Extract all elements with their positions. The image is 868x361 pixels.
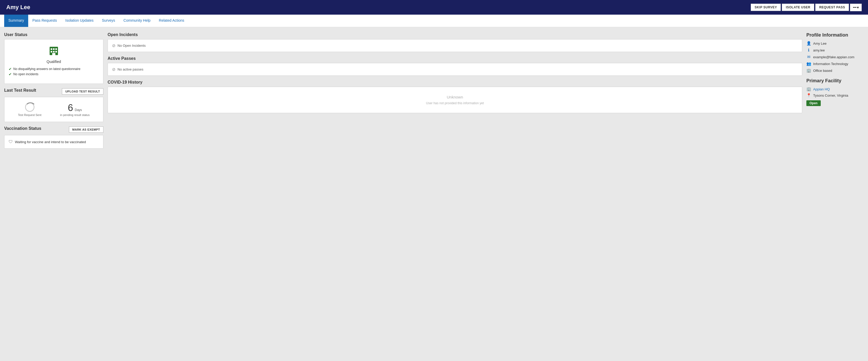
covid-history-heading: COVID-19 History: [107, 80, 802, 85]
profile-item-name: 👤 Amy Lee: [806, 41, 864, 46]
svg-rect-7: [52, 53, 55, 55]
primary-facility-section: Primary Facility 🏢 Appian HQ 📍 Tysons Co…: [806, 78, 864, 106]
open-incidents-section: Open Incidents ⊘ No Open Incidents: [107, 32, 802, 52]
open-incidents-card: ⊘ No Open Incidents: [107, 39, 802, 52]
right-column: Profile Information 👤 Amy Lee ℹ amy.lee …: [806, 32, 864, 149]
middle-column: Open Incidents ⊘ No Open Incidents Activ…: [107, 32, 802, 149]
profile-heading: Profile Information: [806, 32, 864, 38]
covid-history-section: COVID-19 History Unknown User has not pr…: [107, 80, 802, 113]
office-icon: 🏢: [806, 68, 811, 73]
primary-facility-heading: Primary Facility: [806, 78, 864, 84]
profile-information-section: Profile Information 👤 Amy Lee ℹ amy.lee …: [806, 32, 864, 73]
main-content: User Status Qualified: [0, 27, 868, 154]
last-test-result-heading: Last Test Result: [4, 88, 36, 93]
profile-office-type: Office based: [813, 69, 832, 72]
profile-item-username: ℹ amy.lee: [806, 48, 864, 53]
check-item-2: ✔ No open incidents: [9, 72, 99, 76]
active-passes-inner: ⊘ No active passes: [108, 63, 802, 76]
tab-related-actions[interactable]: Related Actions: [155, 14, 188, 27]
facility-name: Appian HQ: [813, 87, 830, 91]
active-passes-message: No active passes: [118, 67, 143, 71]
circle-check-icon: ⊘: [112, 43, 116, 48]
more-button[interactable]: ••• ▾: [850, 4, 862, 11]
svg-rect-2: [53, 48, 55, 50]
last-test-result-section: Last Test Result UPLOAD TEST RESULT Test…: [4, 88, 103, 122]
vaccination-inner: 🛡 Waiting for vaccine and intend to be v…: [4, 135, 103, 148]
nav-tabs: Summary Pass Requests Isolation Updates …: [0, 14, 868, 27]
user-status-heading: User Status: [4, 32, 103, 37]
building-icon: [9, 46, 99, 59]
facility-location-text: Tysons Corner, Virginia: [813, 93, 848, 97]
days-number: 6: [68, 102, 73, 113]
left-column: User Status Qualified: [4, 32, 103, 149]
skip-survey-button[interactable]: SKIP SURVEY: [751, 4, 781, 11]
days-sub: in pending result status: [60, 113, 90, 117]
page-title: Amy Lee: [6, 4, 30, 11]
check-icon-2: ✔: [9, 72, 12, 76]
days-container: 6 Days in pending result status: [60, 102, 90, 117]
vaccination-status-card: 🛡 Waiting for vaccine and intend to be v…: [4, 135, 103, 149]
active-passes-heading: Active Passes: [107, 56, 802, 61]
email-icon: ✉: [806, 55, 811, 59]
vaccination-status-text: Waiting for vaccine and intend to be vac…: [15, 140, 86, 144]
check-item-1: ✔ No disqualifying answers on latest que…: [9, 67, 99, 71]
vaccination-status-heading: Vaccination Status: [4, 126, 41, 131]
profile-item-email: ✉ example@fake.appian.com: [806, 55, 864, 59]
isolate-user-button[interactable]: ISOLATE USER: [782, 4, 814, 11]
test-result-inner: Test Request Sent 6 Days in pending resu…: [4, 97, 103, 122]
facility-name-link[interactable]: 🏢 Appian HQ: [806, 87, 864, 91]
last-test-result-header: Last Test Result UPLOAD TEST RESULT: [4, 88, 103, 95]
check-icon-1: ✔: [9, 67, 12, 71]
svg-rect-5: [53, 51, 55, 53]
group-icon: 👥: [806, 61, 811, 66]
open-badge: Open: [806, 100, 821, 106]
chevron-down-icon: ▾: [857, 5, 859, 9]
user-status-section: User Status Qualified: [4, 32, 103, 84]
app-header: Amy Lee SKIP SURVEY ISOLATE USER REQUEST…: [0, 0, 868, 14]
spinner-container: Test Request Sent: [18, 102, 41, 117]
covid-status: Unknown: [112, 95, 798, 99]
more-icon: •••: [853, 5, 857, 9]
profile-email: example@fake.appian.com: [813, 55, 855, 59]
facility-location: 📍 Tysons Corner, Virginia: [806, 93, 864, 98]
covid-inner: Unknown User has not provided this infor…: [108, 87, 802, 113]
user-status-card: Qualified ✔ No disqualifying answers on …: [4, 39, 103, 84]
request-pass-button[interactable]: REQUEST PASS: [815, 4, 849, 11]
vaccination-status-section: Vaccination Status MARK AS EXEMPT 🛡 Wait…: [4, 126, 103, 149]
location-pin-icon: 📍: [806, 93, 811, 98]
tab-pass-requests[interactable]: Pass Requests: [28, 14, 61, 27]
profile-department: Information Technology: [813, 62, 848, 66]
svg-rect-3: [55, 48, 57, 50]
facility-building-icon: 🏢: [806, 87, 811, 91]
qualified-label: Qualified: [9, 60, 99, 64]
tab-community-help[interactable]: Community Help: [119, 14, 155, 27]
test-status-label: Test Request Sent: [18, 113, 41, 117]
shield-icon: 🛡: [9, 140, 13, 144]
svg-rect-1: [51, 48, 52, 50]
person-icon: 👤: [806, 41, 811, 46]
svg-rect-4: [51, 51, 52, 53]
open-incidents-message: No Open Incidents: [118, 43, 146, 48]
spinner-icon: [25, 102, 34, 112]
svg-rect-6: [55, 51, 57, 53]
tab-isolation-updates[interactable]: Isolation Updates: [61, 14, 98, 27]
mark-as-exempt-button[interactable]: MARK AS EXEMPT: [69, 126, 103, 133]
profile-name: Amy Lee: [813, 41, 827, 46]
covid-history-card: Unknown User has not provided this infor…: [107, 87, 802, 113]
circle-check-passes-icon: ⊘: [112, 67, 116, 72]
header-actions: SKIP SURVEY ISOLATE USER REQUEST PASS ••…: [751, 4, 862, 11]
info-icon: ℹ: [806, 48, 811, 53]
open-incidents-heading: Open Incidents: [107, 32, 802, 37]
profile-item-location-type: 🏢 Office based: [806, 68, 864, 73]
last-test-result-card: Test Request Sent 6 Days in pending resu…: [4, 97, 103, 122]
profile-username: amy.lee: [813, 48, 825, 52]
vaccination-status-header: Vaccination Status MARK AS EXEMPT: [4, 126, 103, 133]
open-incidents-inner: ⊘ No Open Incidents: [108, 39, 802, 52]
tab-summary[interactable]: Summary: [4, 14, 28, 27]
days-unit: Days: [75, 108, 82, 112]
active-passes-section: Active Passes ⊘ No active passes: [107, 56, 802, 76]
tab-surveys[interactable]: Surveys: [98, 14, 119, 27]
upload-test-result-button[interactable]: UPLOAD TEST RESULT: [62, 88, 103, 95]
profile-item-department: 👥 Information Technology: [806, 61, 864, 66]
active-passes-card: ⊘ No active passes: [107, 63, 802, 76]
